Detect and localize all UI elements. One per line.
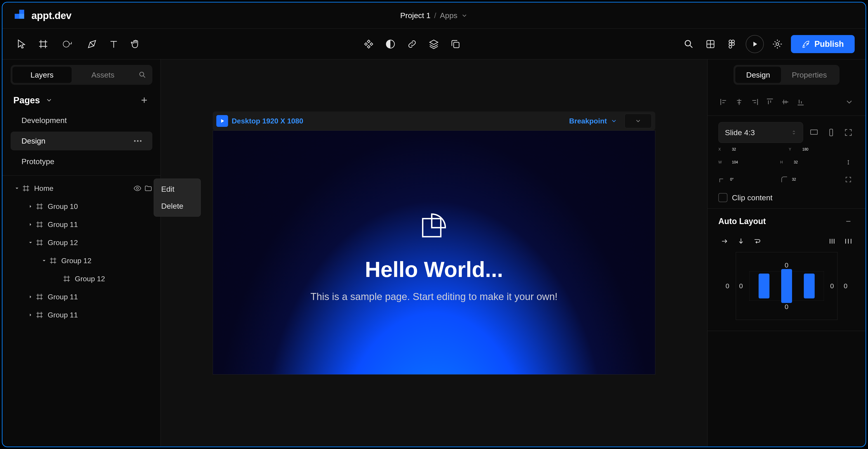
align-center-v-icon[interactable] [780, 96, 791, 108]
tab-layers[interactable]: Layers [12, 67, 72, 83]
settings-icon[interactable] [769, 36, 785, 52]
caret-right-icon [28, 222, 33, 227]
layer-group12[interactable]: Group 12 [2, 234, 160, 251]
component-tool[interactable] [361, 36, 377, 52]
layer-home[interactable]: Home [2, 179, 160, 198]
page-design[interactable]: Design [11, 131, 152, 150]
tab-assets[interactable]: Assets [73, 67, 133, 83]
svg-point-8 [729, 40, 732, 43]
chevron-down-icon[interactable] [611, 118, 617, 124]
frame-icon [48, 255, 59, 266]
align-left-icon[interactable] [718, 96, 729, 108]
text-tool[interactable] [105, 36, 122, 52]
rotation-value[interactable]: 0° [730, 177, 757, 182]
direction-down-icon[interactable] [735, 235, 747, 247]
canvas-sub: This is a sample page. Start editing to … [310, 291, 557, 302]
frame-play-icon[interactable] [216, 115, 228, 127]
direction-wrap-icon[interactable] [751, 235, 764, 247]
link-dimensions-icon[interactable] [842, 156, 855, 169]
pen-tool[interactable] [84, 36, 100, 52]
breakpoint-label[interactable]: Breakpoint [569, 117, 607, 125]
x-value[interactable]: 32 [732, 147, 759, 151]
chevron-down-icon[interactable] [461, 12, 468, 19]
canvas-area[interactable]: Desktop 1920 X 1080 Breakpoint Hello Wor… [161, 59, 707, 447]
caret-down-icon [28, 240, 33, 245]
add-page-icon[interactable] [139, 95, 150, 106]
layer-group12b[interactable]: Group 12 [2, 270, 160, 288]
tab-properties[interactable]: Properties [781, 67, 838, 83]
eye-icon[interactable] [133, 184, 142, 192]
layer-group10[interactable]: Group 10 [2, 198, 160, 215]
spacing-mode-spread-icon[interactable] [842, 235, 855, 247]
frame-size-selector[interactable]: Slide 4:3 [718, 122, 803, 143]
breadcrumb[interactable]: Project 1 / Apps [400, 11, 468, 20]
context-edit[interactable]: Edit [154, 181, 200, 198]
align-right-icon[interactable] [749, 96, 760, 108]
preview-button[interactable] [746, 35, 764, 53]
align-top-icon[interactable] [765, 96, 775, 108]
svg-rect-0 [15, 14, 20, 19]
padding-top-value[interactable]: 0 [784, 261, 788, 269]
spacing-mode-packed-icon[interactable] [826, 235, 838, 247]
tab-search-icon[interactable] [134, 67, 151, 83]
grid-icon[interactable] [702, 36, 719, 52]
padding-left-value[interactable]: 0 [725, 282, 730, 290]
frame-tool[interactable] [35, 36, 51, 52]
frame-selector[interactable] [625, 114, 652, 128]
page-development[interactable]: Development [11, 111, 152, 130]
svg-point-14 [140, 72, 144, 76]
toolbar: Publish [2, 29, 866, 59]
frame-icon [34, 309, 45, 320]
frame-title[interactable]: Desktop 1920 X 1080 [232, 117, 303, 125]
layer-group12a[interactable]: Group 12 [2, 251, 160, 270]
h-value[interactable]: 32 [794, 160, 821, 164]
layers-tool[interactable] [426, 36, 442, 52]
caret-down-icon [14, 186, 20, 191]
expand-icon[interactable] [842, 126, 855, 139]
canvas-logo-icon [411, 203, 457, 248]
frame-icon [21, 183, 31, 194]
copy-tool[interactable] [447, 36, 464, 52]
mask-tool[interactable] [382, 36, 399, 52]
layer-group11c[interactable]: Group 11 [2, 306, 160, 324]
x-label: X [718, 147, 728, 151]
caret-right-icon [28, 204, 33, 209]
context-delete[interactable]: Delete [154, 198, 200, 214]
desktop-icon[interactable] [808, 126, 820, 139]
folder-icon[interactable] [144, 184, 152, 192]
gap-left-value[interactable]: 0 [739, 282, 743, 290]
tab-design[interactable]: Design [735, 67, 781, 83]
svg-point-10 [729, 46, 732, 48]
left-panel: Layers Assets Pages Development [2, 59, 161, 447]
corners-icon[interactable] [842, 173, 855, 186]
align-bottom-icon[interactable] [795, 96, 806, 108]
align-more-icon[interactable] [844, 96, 855, 108]
svg-rect-5 [454, 42, 459, 48]
align-center-h-icon[interactable] [734, 96, 745, 108]
page-more-icon[interactable] [134, 140, 142, 142]
link-tool[interactable] [404, 36, 420, 52]
y-value[interactable]: 180 [802, 147, 830, 151]
figma-icon[interactable] [724, 36, 740, 52]
layer-group11b[interactable]: Group 11 [2, 288, 160, 306]
hand-tool[interactable] [127, 36, 144, 52]
canvas-frame[interactable]: Hello World... This is a sample page. St… [213, 130, 655, 375]
direction-right-icon[interactable] [718, 235, 731, 247]
layer-group11a[interactable]: Group 11 [2, 215, 160, 234]
svg-point-13 [776, 43, 779, 46]
pages-collapse-icon[interactable] [43, 95, 55, 106]
padding-bottom-value[interactable]: 0 [784, 303, 788, 311]
radius-value[interactable]: 32 [792, 177, 819, 182]
remove-autolayout-icon[interactable] [842, 215, 855, 228]
w-value[interactable]: 104 [732, 160, 759, 164]
mobile-icon[interactable] [825, 126, 837, 139]
clip-content-checkbox[interactable]: Clip content [718, 190, 855, 202]
publish-button[interactable]: Publish [791, 35, 855, 53]
shape-tool[interactable] [57, 36, 79, 52]
padding-right-value[interactable]: 0 [844, 282, 848, 290]
search-icon[interactable] [681, 36, 697, 52]
gap-right-value[interactable]: 0 [830, 282, 834, 290]
cursor-tool[interactable] [13, 36, 30, 52]
page-prototype[interactable]: Prototype [11, 152, 152, 171]
radius-icon [780, 175, 788, 184]
